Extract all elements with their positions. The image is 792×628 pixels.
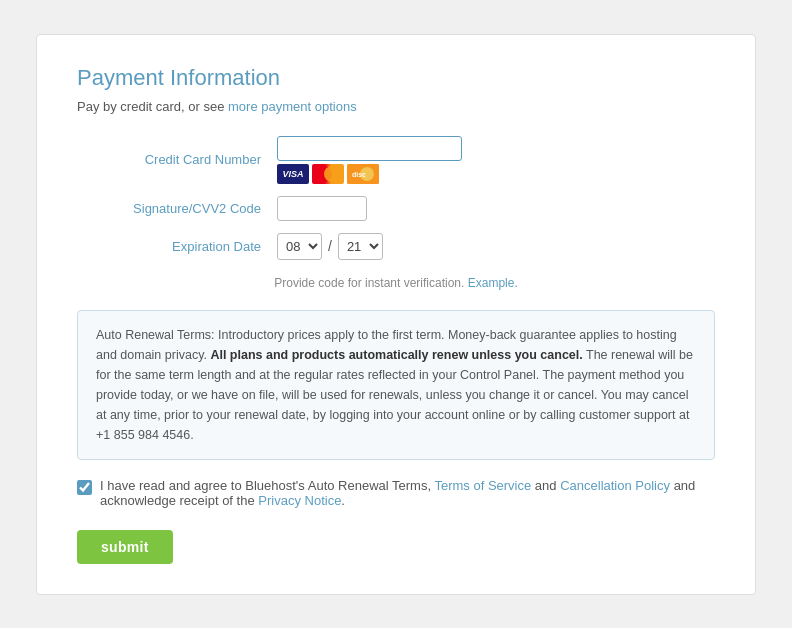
- agree-text: I have read and agree to Bluehost's Auto…: [100, 478, 715, 508]
- svg-point-1: [324, 166, 340, 182]
- expiry-month-select[interactable]: 01 02 03 04 05 06 07 08 09 10 11 12: [277, 233, 322, 260]
- subtitle: Pay by credit card, or see more payment …: [77, 99, 715, 114]
- verification-example-link[interactable]: Example.: [468, 276, 518, 290]
- agree-text-end: .: [341, 493, 345, 508]
- card-icons: VISA disc: [277, 164, 462, 184]
- auto-renewal-bold: All plans and products automatically ren…: [210, 348, 582, 362]
- expiry-selects: 01 02 03 04 05 06 07 08 09 10 11 12 / 18…: [277, 233, 383, 260]
- cvv-wrap: [277, 196, 367, 221]
- expiry-row: Expiration Date 01 02 03 04 05 06 07 08 …: [77, 233, 715, 260]
- agree-text-before: I have read and agree to Bluehost's Auto…: [100, 478, 434, 493]
- agree-text-between: and: [531, 478, 560, 493]
- expiry-label: Expiration Date: [77, 239, 277, 254]
- payment-form: Credit Card Number VISA: [77, 136, 715, 260]
- verification-text: Provide code for instant verification. E…: [77, 276, 715, 290]
- more-payment-options-link[interactable]: more payment options: [228, 99, 357, 114]
- cvv-input[interactable]: [277, 196, 367, 221]
- expiry-separator: /: [328, 238, 332, 254]
- subtitle-text: Pay by credit card, or see: [77, 99, 228, 114]
- cc-number-row: Credit Card Number VISA: [77, 136, 715, 184]
- cc-number-input[interactable]: [277, 136, 462, 161]
- agree-row: I have read and agree to Bluehost's Auto…: [77, 478, 715, 508]
- mastercard-icon: [312, 164, 344, 184]
- auto-renewal-box: Auto Renewal Terms: Introductory prices …: [77, 310, 715, 460]
- cvv-row: Signature/CVV2 Code: [77, 196, 715, 221]
- cancellation-policy-link[interactable]: Cancellation Policy: [560, 478, 670, 493]
- expiry-year-select[interactable]: 18 19 20 21 22 23 24 25 26 27 28: [338, 233, 383, 260]
- terms-of-service-link[interactable]: Terms of Service: [434, 478, 531, 493]
- cc-number-label: Credit Card Number: [77, 152, 277, 167]
- page-title: Payment Information: [77, 65, 715, 91]
- privacy-notice-link[interactable]: Privacy Notice: [258, 493, 341, 508]
- agree-checkbox[interactable]: [77, 480, 92, 495]
- cc-number-wrap: VISA disc: [277, 136, 462, 184]
- verification-static: Provide code for instant verification.: [274, 276, 467, 290]
- payment-card: Payment Information Pay by credit card, …: [36, 34, 756, 595]
- svg-text:disc: disc: [352, 171, 366, 178]
- discover-icon: disc: [347, 164, 379, 184]
- submit-button[interactable]: submit: [77, 530, 173, 564]
- visa-icon: VISA: [277, 164, 309, 184]
- cvv-label: Signature/CVV2 Code: [77, 201, 277, 216]
